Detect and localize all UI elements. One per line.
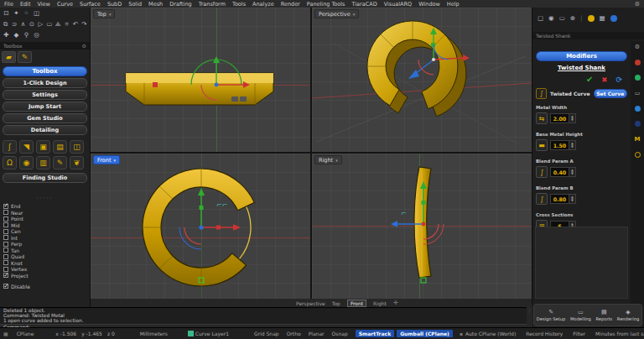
grid-display-icon[interactable]: ▦	[600, 14, 605, 22]
osnap-option-int[interactable]: Int	[3, 235, 86, 241]
design-setup-tab[interactable]: ✎Design Setup	[537, 310, 566, 321]
menu-render[interactable]: Render	[281, 1, 300, 8]
engrave-pen-icon[interactable]: ✎	[53, 156, 67, 170]
band-stack-icon[interactable]: ▥	[36, 156, 50, 170]
matrixgold-icon[interactable]: M	[635, 136, 641, 143]
gumball-toggle[interactable]: Gumball (CPlane)	[397, 330, 453, 337]
shank-model-perspective[interactable]	[367, 21, 466, 117]
viewport-icon[interactable]: ▭	[559, 14, 565, 22]
wireframe-icon[interactable]: ▢	[538, 14, 543, 22]
menu-visualarq[interactable]: VisualARQ	[384, 1, 412, 8]
leaf-icon[interactable]: ❦	[70, 156, 84, 170]
checkbox[interactable]	[3, 260, 8, 265]
spinner[interactable]: ▲▼	[569, 167, 576, 177]
triangle-tool-icon[interactable]: ▷	[38, 20, 44, 28]
points-tool-icon[interactable]: ⁘	[23, 9, 30, 17]
redo-icon[interactable]: ↷	[81, 20, 87, 28]
osnap-toggle[interactable]: Osnap	[332, 331, 348, 336]
viewport-right[interactable]: ⌐ Right▾	[312, 154, 532, 299]
filter-toggle[interactable]: Filter	[573, 331, 585, 336]
menu-view[interactable]: View	[37, 1, 49, 8]
shank-model-top[interactable]	[126, 73, 273, 105]
checkbox[interactable]	[3, 273, 8, 278]
jump-start-button[interactable]: Jump Start	[3, 102, 87, 112]
arc-tool-icon[interactable]: ⊃	[11, 20, 17, 28]
osnap-option-project[interactable]: Project	[3, 273, 86, 279]
tab-perspective[interactable]: Perspective	[296, 300, 325, 306]
rect-tool-icon[interactable]: ⧉	[3, 20, 8, 28]
modelling-tab[interactable]: ▭Modelling	[570, 310, 591, 321]
spinner[interactable]: ▲▼	[569, 140, 576, 150]
bracelet-icon[interactable]: ◫	[70, 140, 84, 154]
command-history-panel[interactable]: Deleted 1 object. Command: Twisted Metal…	[0, 307, 527, 327]
menu-tiaracad[interactable]: TiaraCAD	[351, 1, 377, 8]
coin-icon[interactable]: ◉	[19, 156, 34, 170]
tab-right[interactable]: Right	[373, 300, 387, 306]
spinner[interactable]: ▲▼	[569, 113, 576, 123]
add-viewport-icon[interactable]: ✛	[393, 300, 398, 306]
menu-drafting[interactable]: Drafting	[169, 1, 191, 8]
viewport-label-front[interactable]: Front▾	[93, 155, 120, 164]
monitor-icon[interactable]: ▭	[635, 90, 641, 96]
viewport-perspective[interactable]: Perspective▾	[312, 8, 532, 152]
cone-tool-icon[interactable]: ⟁	[55, 20, 60, 28]
checkbox[interactable]	[3, 242, 8, 247]
checkbox[interactable]	[3, 229, 8, 234]
panel-splitter[interactable]: ⋮	[527, 307, 532, 327]
base-metal-height-input[interactable]: 1.50	[550, 140, 569, 150]
record-history-toggle[interactable]: Record History	[526, 331, 563, 336]
gear-icon[interactable]: ⚙	[635, 44, 640, 50]
gumball-menu-icon[interactable]	[231, 96, 238, 102]
menu-analyze[interactable]: Analyze	[252, 1, 274, 8]
pendant-icon[interactable]: Ω	[3, 156, 17, 170]
reports-tab[interactable]: ▤Reports	[595, 310, 612, 321]
cplane-button[interactable]: CPlane	[17, 331, 34, 336]
osnap-option-tan[interactable]: Tan	[3, 248, 86, 253]
move-tool-icon[interactable]: ✦	[13, 9, 20, 17]
one-click-design-button[interactable]: 1-Click Design	[3, 78, 87, 88]
menu-edit[interactable]: Edit	[20, 1, 31, 8]
hatch-tool-icon[interactable]: ⌗	[64, 20, 70, 28]
viewport-top[interactable]: Top▾	[91, 8, 310, 152]
menu-subd[interactable]: SubD	[107, 1, 122, 8]
viewport-front[interactable]: ⌐⌐ Front▾	[91, 154, 310, 299]
checkbox[interactable]	[3, 248, 8, 253]
twisted-shank-panel-titlebar[interactable]: Twisted Shank	[532, 32, 644, 39]
finding-studio-button[interactable]: Finding Studio	[3, 173, 87, 183]
confirm-icon[interactable]: ✔	[586, 75, 593, 84]
osnap-option-cen[interactable]: Cen	[3, 228, 86, 234]
checkbox[interactable]	[3, 222, 8, 227]
checkbox[interactable]	[3, 284, 8, 289]
signet-icon[interactable]: ▣	[36, 140, 50, 154]
menu-help[interactable]: Help	[447, 1, 460, 8]
checkbox[interactable]	[3, 254, 8, 259]
menu-tools[interactable]: Tools	[232, 1, 246, 8]
menu-window[interactable]: Window	[418, 1, 440, 8]
gem-tool-icon[interactable]: ◆	[13, 31, 20, 39]
viewport-label-perspective[interactable]: Perspective▾	[314, 9, 359, 18]
osnap-option-knot[interactable]: Knot	[3, 260, 86, 266]
panel-gear-icon[interactable]: ⚙	[82, 43, 86, 49]
menu-surface[interactable]: Surface	[80, 1, 101, 8]
menu-curve[interactable]: Curve	[57, 1, 73, 8]
blend-param-a-input[interactable]: 0.40	[550, 167, 569, 177]
ring-icon[interactable]	[635, 152, 641, 158]
detailing-button[interactable]: Detailing	[3, 125, 87, 135]
undo-icon[interactable]: ↶	[72, 20, 78, 28]
menu-solid[interactable]: Solid	[128, 1, 142, 8]
ladder-ring-icon[interactable]: ▤	[53, 140, 67, 154]
checkbox[interactable]	[3, 210, 8, 215]
crosshair-tool-icon[interactable]: ✚	[3, 31, 10, 39]
osnap-option-point[interactable]: Point	[3, 216, 86, 222]
gold-bar-tab-icon[interactable]: ▰	[2, 51, 16, 63]
grid-snap-toggle[interactable]: Grid Snap	[254, 331, 279, 336]
osnap-option-perp[interactable]: Perp	[3, 241, 86, 247]
metal-width-input[interactable]: 2.00	[550, 113, 569, 123]
set-curve-button[interactable]: Set Curve	[594, 89, 627, 98]
gold-bar-icon[interactable]: ◥	[19, 140, 34, 154]
blue-material-icon[interactable]	[610, 15, 617, 22]
rail-curve[interactable]	[239, 206, 251, 259]
gumball-scale-handle[interactable]	[153, 82, 158, 87]
spinner[interactable]: ▲▼	[569, 194, 576, 204]
smarttrack-toggle[interactable]: SmartTrack	[356, 330, 394, 337]
